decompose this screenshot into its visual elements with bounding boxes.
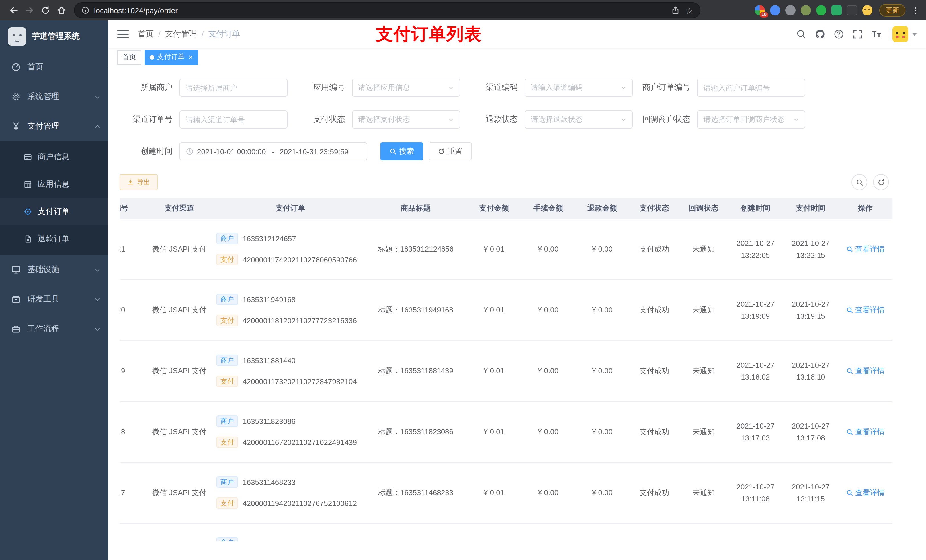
toolbox-icon: [11, 295, 21, 304]
cell-refund: ¥ 0.00: [575, 219, 629, 279]
view-detail-link[interactable]: 查看详情: [846, 244, 885, 254]
extension-badge: 10: [760, 12, 768, 18]
sidebar-menu: 首页 系统管理 支付管理: [0, 52, 108, 344]
sidebar-item-system[interactable]: 系统管理: [0, 82, 108, 112]
bookmark-star-icon[interactable]: ☆: [685, 6, 693, 15]
cell-action: 查看详情: [838, 462, 893, 523]
cell-fee: ¥ 0.00: [521, 279, 575, 340]
view-detail-link[interactable]: 查看详情: [846, 427, 885, 437]
extension-drop-icon[interactable]: [770, 5, 780, 15]
address-bar[interactable]: localhost:1024/pay/order ☆: [74, 2, 701, 18]
reset-button[interactable]: 重置: [429, 142, 472, 160]
sidebar-item-merchant-info[interactable]: 商户信息: [0, 143, 108, 171]
col-create-time: 创建时间: [728, 198, 783, 219]
extension-face-icon[interactable]: [862, 5, 873, 15]
table-row: 20 微信 JSAPI 支付 商户1635311949168 支付4200001…: [120, 279, 893, 340]
refund-status-select[interactable]: 请选择退款状态: [525, 110, 633, 128]
cell-action: 查看详情: [838, 279, 893, 340]
cell-fee: ¥ 0.00: [521, 219, 575, 279]
tab-home[interactable]: 首页: [117, 50, 141, 65]
browser-home-icon[interactable]: [53, 2, 70, 18]
cell-order: 商户1635311468233 支付4200001194202110276752…: [211, 462, 365, 523]
app-select[interactable]: 请选择应用信息: [352, 78, 460, 97]
close-icon[interactable]: ×: [189, 53, 193, 61]
chevron-down-icon: [448, 85, 454, 91]
help-icon[interactable]: [834, 29, 844, 39]
channel-code-select[interactable]: 请输入渠道编码: [525, 78, 633, 97]
pay-status-select[interactable]: 请选择支付状态: [352, 110, 460, 128]
browser-update-button[interactable]: 更新: [879, 4, 905, 17]
cell-order: 商户1635312124657 支付4200001174202110278060…: [211, 219, 365, 279]
sidebar-item-label: 退款订单: [38, 234, 70, 244]
merchant-input[interactable]: [179, 78, 287, 97]
extension-pin-icon[interactable]: [847, 5, 857, 15]
sidebar-item-home[interactable]: 首页: [0, 52, 108, 82]
breadcrumb-separator: /: [201, 30, 204, 39]
view-detail-link[interactable]: 查看详情: [846, 366, 885, 376]
cell-channel: 微信 JSAPI 支付: [148, 219, 211, 279]
app-title: 芋道管理系统: [32, 31, 80, 42]
view-detail-link[interactable]: 查看详情: [846, 305, 885, 315]
search-icon[interactable]: [796, 29, 806, 39]
extension-gray-icon[interactable]: [785, 5, 796, 15]
date-start-value: 2021-10-01 00:00:00: [197, 147, 266, 155]
breadcrumb-home[interactable]: 首页: [138, 29, 154, 39]
filter-notify-status: 回调商户状态 请选择订单回调商户状态: [637, 110, 805, 128]
sidebar-item-label: 首页: [27, 62, 99, 72]
view-detail-link[interactable]: 查看详情: [846, 488, 885, 498]
sidebar-item-infrastructure[interactable]: 基础设施: [0, 255, 108, 285]
github-icon[interactable]: [815, 29, 825, 39]
sidebar-item-refund-order[interactable]: 退款订单: [0, 225, 108, 253]
merchant-order-no-input[interactable]: [697, 78, 805, 97]
sidebar-item-pay-order[interactable]: 支付订单: [0, 198, 108, 225]
filter-create-time: 创建时间 2021-10-01 00:00:00 - 2021-10-31 23…: [120, 142, 367, 160]
sidebar-item-label: 系统管理: [27, 92, 96, 102]
filter-label: 应用编号: [292, 83, 352, 93]
notify-status-select[interactable]: 请选择订单回调商户状态: [697, 110, 805, 128]
tags-view: 首页 支付订单 ×: [108, 48, 926, 67]
browser-reload-icon[interactable]: [38, 2, 53, 18]
refresh-icon[interactable]: [873, 174, 889, 190]
sidebar-item-app-info[interactable]: 应用信息: [0, 171, 108, 198]
merchant-tag: 商户: [216, 355, 238, 366]
url-text: localhost:1024/pay/order: [94, 6, 665, 15]
sidebar-collapse-icon[interactable]: [117, 30, 129, 38]
cell-fee: ¥ 0.00: [521, 462, 575, 523]
browser-forward-icon[interactable]: [22, 2, 38, 18]
merchant-tag: 商户: [216, 415, 238, 427]
col-pay-time: 支付时间: [783, 198, 838, 219]
share-icon[interactable]: [670, 6, 680, 15]
cell-order: 商户: [211, 523, 365, 541]
payment-submenu: 商户信息 应用信息 支付订单: [0, 141, 108, 255]
extension-colorful-icon[interactable]: 10: [755, 5, 765, 15]
browser-menu-icon[interactable]: [910, 4, 920, 17]
sidebar-item-devtools[interactable]: 研发工具: [0, 285, 108, 314]
channel-order-no-input[interactable]: [179, 110, 287, 128]
date-end-value: 2021-10-31 23:59:59: [280, 147, 348, 155]
toggle-search-icon[interactable]: [851, 174, 867, 190]
cell-channel: 微信 JSAPI 支付: [148, 340, 211, 401]
breadcrumb-payment[interactable]: 支付管理: [165, 29, 197, 39]
pay-tag: 支付: [216, 254, 238, 265]
screen: localhost:1024/pay/order ☆ 10 更新 芋道: [0, 0, 926, 560]
export-button[interactable]: 导出: [120, 174, 158, 190]
font-size-icon[interactable]: [872, 29, 882, 39]
breadcrumb-separator: /: [158, 30, 160, 39]
sidebar-item-workflow[interactable]: 工作流程: [0, 314, 108, 344]
app-logo-row[interactable]: 芋道管理系统: [0, 21, 108, 52]
extension-check-icon[interactable]: [816, 5, 826, 15]
browser-back-icon[interactable]: [6, 2, 22, 18]
extension-olive-icon[interactable]: [801, 5, 811, 15]
create-time-range-picker[interactable]: 2021-10-01 00:00:00 - 2021-10-31 23:59:5…: [179, 142, 367, 160]
user-menu[interactable]: [893, 26, 917, 42]
site-info-icon[interactable]: [82, 6, 89, 14]
fullscreen-icon[interactable]: [853, 29, 863, 39]
app-grid-icon: [24, 180, 32, 189]
col-order: 支付订单: [211, 198, 365, 219]
table-row-partial: 商户: [120, 523, 893, 541]
tab-pay-order[interactable]: 支付订单 ×: [145, 50, 198, 65]
extension-chat-icon[interactable]: [831, 5, 842, 15]
search-button[interactable]: 搜索: [380, 142, 423, 160]
browser-toolbar: localhost:1024/pay/order ☆ 10 更新: [0, 0, 926, 21]
sidebar-item-payment[interactable]: 支付管理: [0, 112, 108, 141]
